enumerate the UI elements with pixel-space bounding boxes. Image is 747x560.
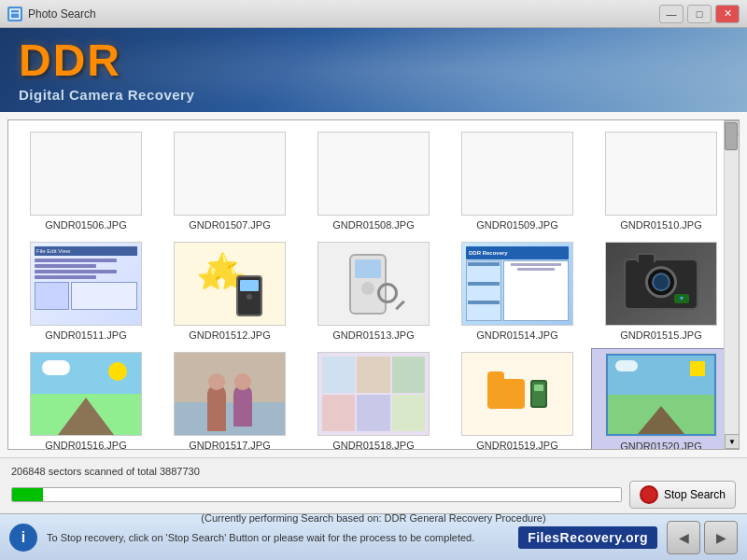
photo-thumbnail xyxy=(317,242,430,326)
photo-thumbnail xyxy=(605,132,717,216)
title-bar: Photo Search — □ ✕ xyxy=(0,0,747,28)
photo-grid-container: GNDR01506.JPG GNDR01507.JPG GNDR01508.JP… xyxy=(7,119,740,450)
list-item[interactable]: GNDR01518.JPG xyxy=(303,348,444,449)
vertical-scrollbar[interactable]: ▲ ▼ xyxy=(724,120,739,449)
navigation-buttons: ◀ ▶ xyxy=(667,521,738,554)
photo-filename: GNDR01516.JPG xyxy=(45,440,126,449)
logo-text: DDR xyxy=(19,38,194,83)
scroll-thumb[interactable] xyxy=(725,122,738,150)
photo-thumbnail: File Edit View xyxy=(30,242,142,326)
list-item[interactable]: GNDR01516.JPG xyxy=(16,348,156,449)
photo-filename: GNDR01507.JPG xyxy=(189,219,270,231)
status-message: To Stop recovery, click on 'Stop Search'… xyxy=(47,532,509,543)
list-item[interactable]: ⭐ ⭐ ⭐ GNDR01512.JPG xyxy=(160,238,300,344)
list-item[interactable]: GNDR01510.JPG xyxy=(591,128,731,234)
forward-button[interactable]: ▶ xyxy=(704,521,738,554)
photo-thumbnail xyxy=(317,352,430,436)
photo-thumbnail xyxy=(605,353,717,437)
minimize-button[interactable]: — xyxy=(659,5,684,23)
maximize-button[interactable]: □ xyxy=(687,5,712,23)
list-item[interactable]: DDR Recovery xyxy=(447,238,587,344)
photo-filename: GNDR01520.JPG xyxy=(620,441,701,449)
list-item[interactable]: File Edit View GNDR01511.JPG xyxy=(16,238,156,344)
photo-filename: GNDR01508.JPG xyxy=(332,219,414,231)
photo-filename: GNDR01518.JPG xyxy=(332,440,414,449)
app-subtitle: Digital Camera Recovery xyxy=(19,87,194,103)
photo-thumbnail xyxy=(461,352,573,436)
photo-thumbnail xyxy=(317,132,430,216)
stop-search-label: Stop Search xyxy=(664,488,726,501)
info-icon: i xyxy=(9,524,37,552)
photo-thumbnail xyxy=(174,352,286,436)
app-header: DDR Digital Camera Recovery xyxy=(0,28,747,112)
photo-thumbnail: DDR Recovery xyxy=(461,242,573,326)
list-item[interactable]: GNDR01520.JPG xyxy=(591,348,731,449)
photo-grid: GNDR01506.JPG GNDR01507.JPG GNDR01508.JP… xyxy=(8,120,739,449)
list-item[interactable]: GNDR01506.JPG xyxy=(16,128,156,234)
window-title: Photo Search xyxy=(28,7,659,21)
stop-icon xyxy=(640,485,658,504)
list-item[interactable]: GNDR01507.JPG xyxy=(160,128,300,234)
photo-thumbnail xyxy=(174,132,286,216)
photo-filename: GNDR01511.JPG xyxy=(45,329,126,341)
photo-filename: GNDR01512.JPG xyxy=(189,329,270,341)
photo-filename: GNDR01509.JPG xyxy=(476,219,557,231)
back-button[interactable]: ◀ xyxy=(667,521,700,554)
main-content: GNDR01506.JPG GNDR01507.JPG GNDR01508.JP… xyxy=(0,112,747,457)
close-button[interactable]: ✕ xyxy=(715,5,740,23)
list-item[interactable]: GNDR01513.JPG xyxy=(303,238,444,344)
photo-thumbnail xyxy=(461,132,573,216)
progress-bar-row: Stop Search xyxy=(11,481,736,509)
progress-row: 206848 sectors scanned of total 3887730 xyxy=(11,466,736,477)
scroll-down-button[interactable]: ▼ xyxy=(725,434,740,449)
photo-filename: GNDR01513.JPG xyxy=(332,329,414,341)
photo-thumbnail xyxy=(30,132,142,216)
sectors-scanned-text: 206848 sectors scanned of total 3887730 xyxy=(11,466,200,477)
progress-area: 206848 sectors scanned of total 3887730 … xyxy=(0,457,747,513)
photo-filename: GNDR01506.JPG xyxy=(45,219,126,231)
list-item[interactable]: GNDR01517.JPG xyxy=(160,348,300,449)
photo-filename: GNDR01514.JPG xyxy=(476,329,557,341)
list-item[interactable]: GNDR01509.JPG xyxy=(447,128,587,234)
progress-fill xyxy=(12,488,43,501)
list-item[interactable]: ▼ GNDR01515.JPG xyxy=(591,238,731,344)
app-icon xyxy=(7,7,22,21)
photo-filename: GNDR01519.JPG xyxy=(476,440,557,449)
photo-thumbnail xyxy=(30,352,142,436)
stop-search-button[interactable]: Stop Search xyxy=(629,481,736,509)
svg-rect-0 xyxy=(10,9,20,19)
list-item[interactable]: GNDR01519.JPG xyxy=(447,348,587,449)
brand-badge: FilesRecovery.org xyxy=(518,526,657,549)
window-controls: — □ ✕ xyxy=(659,5,740,23)
photo-thumbnail: ⭐ ⭐ ⭐ xyxy=(174,242,286,326)
logo-area: DDR Digital Camera Recovery xyxy=(19,38,194,103)
photo-thumbnail: ▼ xyxy=(605,242,717,326)
photo-filename: GNDR01510.JPG xyxy=(620,219,701,231)
progress-bar xyxy=(11,487,622,502)
photo-filename: GNDR01515.JPG xyxy=(620,329,701,341)
list-item[interactable]: GNDR01508.JPG xyxy=(303,128,444,234)
photo-filename: GNDR01517.JPG xyxy=(189,440,270,449)
